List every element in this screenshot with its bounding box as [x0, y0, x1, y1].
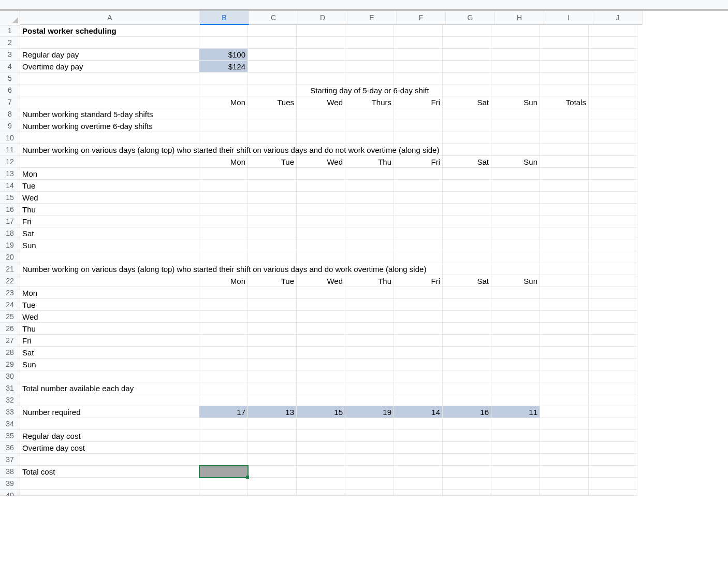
cell-D29[interactable]	[297, 359, 345, 370]
row-header-38[interactable]: 38	[0, 466, 20, 478]
cell-G7[interactable]: Sat	[443, 96, 491, 108]
cell-F40[interactable]	[394, 490, 443, 496]
cell-J6[interactable]	[589, 84, 637, 96]
row-header-6[interactable]: 6	[0, 84, 20, 96]
cell-A6[interactable]	[20, 84, 199, 96]
cell-C8[interactable]	[248, 108, 297, 120]
cell-J17[interactable]	[589, 216, 637, 227]
cell-I1[interactable]	[540, 25, 589, 37]
cell-H37[interactable]	[491, 454, 540, 466]
cell-H17[interactable]	[491, 216, 540, 227]
cell-B25[interactable]	[199, 311, 248, 323]
cell-G9[interactable]	[443, 120, 491, 132]
cell-C15[interactable]	[248, 192, 297, 204]
cell-D21[interactable]	[297, 263, 345, 275]
cell-F16[interactable]	[394, 204, 443, 216]
row-header-16[interactable]: 16	[0, 204, 20, 216]
cell-E10[interactable]	[345, 132, 394, 144]
cell-H1[interactable]	[491, 25, 540, 37]
cell-E36[interactable]	[345, 442, 394, 454]
cell-C2[interactable]	[248, 37, 297, 49]
cell-G3[interactable]	[443, 49, 491, 61]
cell-G32[interactable]	[443, 394, 491, 406]
cell-H8[interactable]	[491, 108, 540, 120]
row-header-18[interactable]: 18	[0, 227, 20, 239]
cell-I8[interactable]	[540, 108, 589, 120]
cell-F5[interactable]	[394, 73, 443, 84]
cell-A40[interactable]	[20, 490, 199, 496]
cell-H11[interactable]	[491, 144, 540, 156]
cell-J15[interactable]	[589, 192, 637, 204]
cell-B13[interactable]	[199, 168, 248, 180]
cell-A12[interactable]	[20, 156, 199, 168]
cell-I33[interactable]	[540, 406, 589, 418]
cell-B4[interactable]: $124	[199, 61, 248, 73]
cell-A9[interactable]: Number working overtime 6-day shifts	[20, 120, 199, 132]
cell-B37[interactable]	[199, 454, 248, 466]
cell-C28[interactable]	[248, 347, 297, 359]
cell-J3[interactable]	[589, 49, 637, 61]
cell-D14[interactable]	[297, 180, 345, 192]
cell-B35[interactable]	[199, 430, 248, 442]
cell-J24[interactable]	[589, 299, 637, 311]
cell-F33[interactable]: 14	[394, 406, 443, 418]
row-header-20[interactable]: 20	[0, 251, 20, 263]
cell-B22[interactable]: Mon	[199, 275, 248, 287]
cell-F12[interactable]: Fri	[394, 156, 443, 168]
cell-H28[interactable]	[491, 347, 540, 359]
cell-J20[interactable]	[589, 251, 637, 263]
cell-G30[interactable]	[443, 370, 491, 382]
cell-I29[interactable]	[540, 359, 589, 370]
cell-J31[interactable]	[589, 382, 637, 394]
cell-G17[interactable]	[443, 216, 491, 227]
cell-I4[interactable]	[540, 61, 589, 73]
cell-G1[interactable]	[443, 25, 491, 37]
row-header-24[interactable]: 24	[0, 299, 20, 311]
cell-A25[interactable]: Wed	[20, 311, 199, 323]
cell-G16[interactable]	[443, 204, 491, 216]
cell-H4[interactable]	[491, 61, 540, 73]
col-J[interactable]: J	[593, 11, 643, 25]
cell-D2[interactable]	[297, 37, 345, 49]
cell-J8[interactable]	[589, 108, 637, 120]
cell-B33[interactable]: 17	[199, 406, 248, 418]
cell-E25[interactable]	[345, 311, 394, 323]
cell-I28[interactable]	[540, 347, 589, 359]
cell-F20[interactable]	[394, 251, 443, 263]
cell-J35[interactable]	[589, 430, 637, 442]
cell-E32[interactable]	[345, 394, 394, 406]
row-header-31[interactable]: 31	[0, 382, 20, 394]
cell-H31[interactable]	[491, 382, 540, 394]
cell-G22[interactable]: Sat	[443, 275, 491, 287]
row-header-1[interactable]: 1	[0, 25, 20, 37]
cell-C37[interactable]	[248, 454, 297, 466]
cell-C25[interactable]	[248, 311, 297, 323]
cell-D12[interactable]: Wed	[297, 156, 345, 168]
row-header-7[interactable]: 7	[0, 96, 20, 108]
cell-J12[interactable]	[589, 156, 637, 168]
cell-H7[interactable]: Sun	[491, 96, 540, 108]
cell-D11[interactable]	[297, 144, 345, 156]
cell-A34[interactable]	[20, 418, 199, 430]
cell-J26[interactable]	[589, 323, 637, 335]
col-B[interactable]: B	[200, 11, 249, 25]
cell-H5[interactable]	[491, 73, 540, 84]
cell-B10[interactable]	[199, 132, 248, 144]
cell-A2[interactable]	[20, 37, 199, 49]
col-A[interactable]: A	[20, 11, 200, 25]
cell-F25[interactable]	[394, 311, 443, 323]
row-header-27[interactable]: 27	[0, 335, 20, 347]
cell-G36[interactable]	[443, 442, 491, 454]
cell-G35[interactable]	[443, 430, 491, 442]
cell-C14[interactable]	[248, 180, 297, 192]
cell-H32[interactable]	[491, 394, 540, 406]
cell-E31[interactable]	[345, 382, 394, 394]
cell-B6[interactable]: Starting day of 5-day or 6-day shift	[199, 84, 248, 96]
cell-A11[interactable]: Number working on various days (along to…	[20, 144, 199, 156]
col-C[interactable]: C	[249, 11, 298, 25]
select-all-corner[interactable]	[0, 11, 20, 25]
cell-I19[interactable]	[540, 239, 589, 251]
cell-I18[interactable]	[540, 227, 589, 239]
row-header-11[interactable]: 11	[0, 144, 20, 156]
cell-B32[interactable]	[199, 394, 248, 406]
